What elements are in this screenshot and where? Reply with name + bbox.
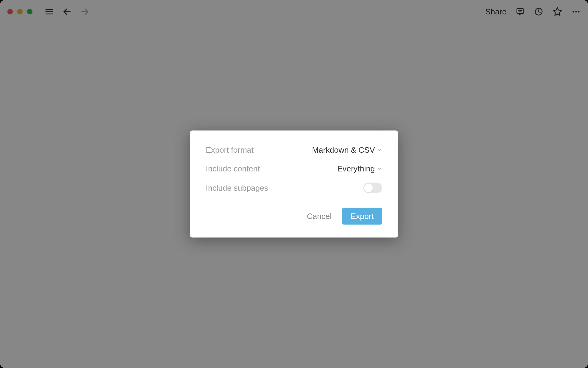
include-content-label: Include content	[206, 164, 260, 174]
include-subpages-row: Include subpages	[206, 183, 382, 193]
export-format-row: Export format Markdown & CSV	[206, 145, 382, 155]
cancel-button[interactable]: Cancel	[307, 212, 332, 221]
app-window: Share	[0, 0, 588, 368]
include-subpages-label: Include subpages	[206, 183, 268, 193]
dialog-actions: Cancel Export	[206, 208, 382, 225]
export-format-label: Export format	[206, 145, 254, 155]
include-content-row: Include content Everything	[206, 164, 382, 174]
chevron-down-icon	[377, 147, 382, 153]
export-format-value: Markdown & CSV	[312, 145, 375, 155]
chevron-down-icon	[377, 166, 382, 171]
export-button[interactable]: Export	[342, 208, 382, 225]
toggle-thumb	[364, 184, 373, 192]
include-content-value: Everything	[337, 164, 375, 174]
export-format-select[interactable]: Markdown & CSV	[312, 145, 382, 155]
include-content-select[interactable]: Everything	[337, 164, 382, 174]
export-dialog: Export format Markdown & CSV Include con…	[190, 131, 398, 238]
include-subpages-toggle[interactable]	[363, 183, 382, 193]
